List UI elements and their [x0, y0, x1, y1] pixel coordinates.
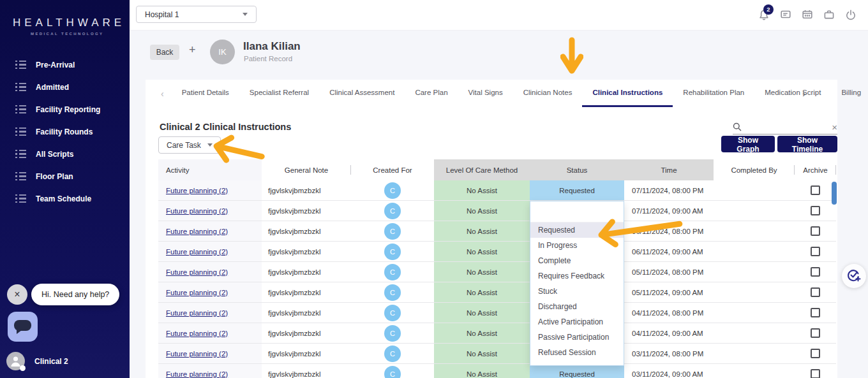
column-header-completed-by: Completed By	[714, 159, 795, 180]
clear-search-icon[interactable]: ×	[832, 124, 837, 131]
tab[interactable]: Rehabilitation Plan	[673, 80, 754, 107]
status-dropdown-option[interactable]: Refused Session	[530, 345, 624, 360]
sidebar-item[interactable]: Team Schedule	[0, 187, 130, 210]
notifications-bell-icon[interactable]: 2	[757, 8, 771, 23]
created-for-avatar: C	[384, 264, 401, 280]
status-dropdown-option[interactable]: Active Participation	[530, 314, 624, 330]
activity-link[interactable]: Future planning (2)	[166, 370, 228, 378]
activity-link[interactable]: Future planning (2)	[166, 268, 228, 276]
table-row: Future planning (2) fjgvlskvjbmzbzkl C N…	[158, 180, 836, 201]
table-body: Future planning (2) fjgvlskvjbmzbzkl C N…	[158, 180, 836, 378]
table-row: Future planning (2) fjgvlskvjbmzbzkl C N…	[158, 242, 836, 262]
sidebar-item[interactable]: Floor Plan	[0, 165, 130, 187]
status-dropdown-empty-option[interactable]	[530, 201, 624, 222]
status-dropdown-option[interactable]: Stuck	[530, 284, 624, 299]
clinical-instructions-table: Activity General Note Created For Level …	[158, 159, 836, 378]
activity-link[interactable]: Future planning (2)	[166, 187, 228, 194]
power-icon[interactable]	[844, 8, 858, 23]
search-field: ×	[733, 115, 837, 134]
archive-checkbox[interactable]	[811, 287, 820, 297]
chat-launcher-button[interactable]	[8, 312, 38, 342]
sidebar-item[interactable]: All Scripts	[0, 143, 130, 165]
archive-checkbox[interactable]	[811, 349, 820, 358]
archive-checkbox[interactable]	[811, 206, 820, 215]
sidebar-item-label: Admitted	[36, 83, 69, 92]
messages-icon[interactable]	[779, 8, 793, 23]
add-button[interactable]: +	[189, 43, 196, 57]
sidebar-item[interactable]: Admitted	[0, 76, 130, 98]
status-dropdown-option[interactable]: Discharged	[530, 299, 624, 314]
show-graph-button[interactable]: Show Graph	[721, 136, 775, 152]
sidebar-item[interactable]: Facility Reporting	[0, 98, 130, 120]
tab[interactable]: Clinician Notes	[513, 80, 583, 107]
table-scrollbar-thumb[interactable]	[832, 182, 837, 205]
sidebar-item-label: Facility Reporting	[36, 105, 100, 114]
search-input[interactable]	[744, 122, 829, 131]
table-row: Future planning (2) fjgvlskvjbmzbzkl C N…	[158, 323, 836, 344]
table-row: Future planning (2) fjgvlskvjbmzbzkl C N…	[158, 282, 836, 303]
chat-close-button[interactable]: ×	[7, 284, 27, 305]
activity-link[interactable]: Future planning (2)	[166, 228, 228, 235]
tab[interactable]: Medication Script	[754, 80, 831, 107]
table-row: Future planning (2) fjgvlskvjbmzbzkl C N…	[158, 262, 836, 282]
add-task-fab[interactable]	[842, 264, 866, 288]
patient-record-label: Patient Record	[244, 55, 292, 62]
archive-checkbox[interactable]	[811, 369, 820, 378]
tab[interactable]: Specialist Referral	[239, 80, 319, 107]
patient-record-card: ‹ Patient Details Specialist Referral Cl…	[146, 80, 837, 378]
status-dropdown-option[interactable]: Requires Feedback	[530, 268, 624, 284]
calendar-icon[interactable]	[800, 8, 814, 23]
table-row: Future planning (2) fjgvlskvjbmzbzkl C N…	[158, 364, 836, 378]
sidebar-item[interactable]: Pre-Arrival	[0, 54, 130, 76]
facility-selector[interactable]: Hospital 1	[136, 6, 257, 23]
created-for-avatar: C	[384, 182, 401, 199]
status-dropdown-option[interactable]: Passive Participation	[530, 330, 624, 345]
activity-link[interactable]: Future planning (2)	[166, 248, 228, 256]
activity-link[interactable]: Future planning (2)	[166, 330, 228, 337]
tabs-next-chevron-icon[interactable]: ›	[796, 80, 812, 107]
care-task-filter-dropdown[interactable]: Care Task	[158, 136, 221, 154]
tab[interactable]: Vital Signs	[458, 80, 513, 107]
tab[interactable]: Patient Details	[172, 80, 239, 107]
chat-bubble-icon	[14, 320, 31, 331]
status-select[interactable]: Requested	[530, 364, 624, 378]
created-for-avatar: C	[384, 223, 401, 240]
activity-link[interactable]: Future planning (2)	[166, 309, 228, 317]
show-timeline-button[interactable]: Show Timeline	[777, 136, 837, 152]
activity-link[interactable]: Future planning (2)	[166, 289, 228, 296]
archive-checkbox[interactable]	[811, 247, 820, 256]
tab[interactable]: Billing	[831, 80, 868, 107]
tabs-prev-chevron-icon[interactable]: ‹	[146, 80, 172, 107]
archive-checkbox[interactable]	[811, 328, 820, 338]
tab[interactable]: Care Plan	[405, 80, 458, 107]
tab[interactable]: Clinical Instructions	[582, 80, 673, 107]
completed-by-cell	[714, 242, 795, 261]
archive-checkbox[interactable]	[811, 226, 820, 236]
general-note-cell: fjgvlskvjbmzbzkl	[262, 242, 351, 261]
status-dropdown-option[interactable]: In Progress	[530, 238, 624, 253]
archive-checkbox[interactable]	[811, 185, 820, 195]
status-select[interactable]: Requested	[530, 180, 624, 200]
time-cell: 07/11/2024, 09:00 AM	[624, 201, 714, 221]
list-icon	[15, 194, 26, 203]
search-icon	[733, 122, 742, 131]
archive-checkbox[interactable]	[811, 267, 820, 277]
chat-help-bubble[interactable]: Hi. Need any help?	[31, 284, 119, 305]
archive-checkbox[interactable]	[811, 308, 820, 317]
back-button[interactable]: Back	[150, 45, 179, 60]
completed-by-cell	[714, 323, 795, 343]
sidebar-item[interactable]: Facility Rounds	[0, 120, 130, 143]
column-header-status: Status	[530, 159, 624, 180]
table-row: Future planning (2) fjgvlskvjbmzbzkl C N…	[158, 344, 836, 364]
time-cell: 04/11/2024, 08:00 PM	[624, 303, 714, 323]
list-icon	[15, 105, 26, 114]
current-user: Clinical 2	[6, 352, 68, 370]
activity-link[interactable]: Future planning (2)	[166, 350, 228, 358]
status-dropdown-option[interactable]: Complete	[530, 253, 624, 268]
briefcase-icon[interactable]	[822, 8, 836, 23]
patient-avatar: IK	[210, 40, 235, 64]
status-dropdown-option[interactable]: Requested	[530, 222, 624, 238]
activity-link[interactable]: Future planning (2)	[166, 207, 228, 215]
general-note-cell: fjgvlskvjbmzbzkl	[262, 180, 351, 200]
tab[interactable]: Clinical Assessment	[319, 80, 405, 107]
